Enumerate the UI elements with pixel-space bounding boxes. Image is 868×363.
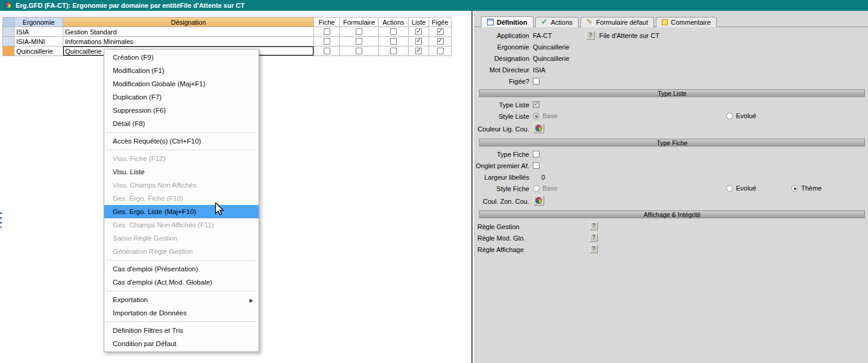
menu-item-detail[interactable]: Détail (F8) <box>104 117 259 130</box>
style-fiche-base-radio[interactable]: Base <box>533 185 558 192</box>
menu-item-ges-ergo-liste[interactable]: Ges. Ergo. Liste (Maj+F10) <box>104 205 259 218</box>
regle-affichage-help-button[interactable]: ? <box>590 245 598 253</box>
formulaire-checkbox[interactable] <box>356 28 362 35</box>
figee-panel-checkbox[interactable] <box>533 78 539 84</box>
menu-item-definition-filtres[interactable]: Définition Filtres et Tris <box>104 324 259 337</box>
coul-zon-label: Coul. Zon. Cou. <box>474 198 529 205</box>
liste-checkbox[interactable] <box>415 28 422 35</box>
liste-checkbox[interactable] <box>415 48 422 54</box>
menu-item-importation[interactable]: Importation de Données <box>104 306 259 320</box>
menu-item-cas-emploi-presentation[interactable]: Cas d'emploi (Présentation) <box>104 262 259 276</box>
header-actions[interactable]: Actions <box>379 17 409 27</box>
dock-handle[interactable] <box>0 212 2 228</box>
menu-item-condition-defaut[interactable]: Condition par Défaut <box>104 337 259 350</box>
application-label: Application <box>474 32 529 39</box>
fiche-checkbox[interactable] <box>324 38 330 45</box>
field-mot-directeur: Mot Directeur ISIA <box>474 65 868 75</box>
table-row[interactable]: ISIA Gestion Standard <box>2 27 451 37</box>
palette-icon <box>535 197 542 204</box>
field-designation: Désignation Quincaillerie <box>474 54 868 64</box>
tab-definition[interactable]: Définition <box>481 16 533 27</box>
cell-liste <box>409 27 429 37</box>
regle-gestion-label: Règle Gestion <box>477 223 520 230</box>
header-figee[interactable]: Figée <box>429 17 451 27</box>
definition-tab-icon <box>487 19 494 25</box>
actions-checkbox[interactable] <box>390 28 397 35</box>
radio-dot[interactable] <box>726 185 733 192</box>
mot-directeur-value: ISIA <box>533 66 546 74</box>
header-formulaire[interactable]: Formulaire <box>340 17 379 27</box>
menu-item-suppression[interactable]: Suppression (F6) <box>104 104 259 117</box>
actions-checkbox[interactable] <box>390 38 397 45</box>
menu-item-modification[interactable]: Modification (F1) <box>104 64 259 77</box>
menu-item-cas-emploi-actmod[interactable]: Cas d'emploi (Act.Mod. Globale) <box>104 276 259 289</box>
table-row[interactable]: ISIA-MINI Informations Minimales <box>2 37 451 46</box>
menu-item-creation[interactable]: Création (F9) <box>104 51 259 64</box>
field-style-fiche: Style Fiche Base Evolué Thème <box>474 184 868 194</box>
tab-formulaire-defaut[interactable]: Formulaire défaut <box>580 17 654 27</box>
row-selector[interactable] <box>2 37 14 46</box>
figee-checkbox[interactable] <box>437 48 444 54</box>
menu-item-visu-champs: Visu. Champs Non Affichés <box>104 178 259 192</box>
menu-item-duplication[interactable]: Duplication (F7) <box>104 90 259 104</box>
actions-checkbox[interactable] <box>390 48 397 54</box>
regle-gestion-help-button[interactable]: ? <box>590 222 598 230</box>
context-menu: Création (F9) Modification (F1) Modifica… <box>104 49 259 352</box>
cell-formulaire <box>340 46 379 56</box>
menu-item-generation-regle: Génération Règle Gestion <box>104 245 259 258</box>
formulaire-checkbox[interactable] <box>356 48 362 54</box>
header-fiche[interactable]: Fiche <box>314 17 340 27</box>
header-liste[interactable]: Liste <box>409 17 429 27</box>
formulaire-checkbox[interactable] <box>356 38 362 45</box>
onglet-premier-checkbox[interactable] <box>533 162 539 169</box>
cell-ergonomie: ISIA <box>14 27 63 37</box>
section-type-liste: Type Liste <box>479 89 865 97</box>
cell-figee <box>429 27 451 37</box>
tab-bar: Définition Actions Formulaire défaut Com… <box>481 16 717 27</box>
onglet-premier-label: Onglet premier Af. <box>474 162 529 169</box>
figee-checkbox[interactable] <box>437 38 444 45</box>
menu-separator <box>106 291 257 291</box>
coul-zon-color-button[interactable] <box>533 195 544 206</box>
header-select-all[interactable] <box>2 17 14 27</box>
menu-item-exportation[interactable]: Exportation <box>104 293 259 306</box>
style-liste-evolue-radio[interactable]: Evolué <box>726 112 756 119</box>
regle-mod-glo-help-button[interactable]: ? <box>590 233 598 242</box>
tab-actions[interactable]: Actions <box>535 17 579 27</box>
radio-dot[interactable] <box>726 113 733 119</box>
figee-checkbox[interactable] <box>437 28 444 35</box>
cell-designation: Gestion Standard <box>63 27 314 37</box>
menu-item-visu-liste[interactable]: Visu. Liste <box>104 165 259 178</box>
menu-separator <box>106 132 257 133</box>
mot-directeur-label: Mot Directeur <box>474 66 529 74</box>
header-ergonomie[interactable]: Ergonomie <box>14 17 63 27</box>
menu-item-modification-globale[interactable]: Modification Globale (Maj+F1) <box>104 77 259 90</box>
cell-fiche <box>314 46 340 56</box>
menu-item-acces-requetes[interactable]: Accès Requête(s) (Ctrl+F10) <box>104 134 259 148</box>
tab-commentaire[interactable]: Commentaire <box>656 17 717 27</box>
type-fiche-checkbox[interactable] <box>533 151 539 157</box>
header-designation[interactable]: Désignation <box>63 17 314 27</box>
radio-dot[interactable] <box>791 185 798 192</box>
menu-item-visu-fiche: Visu. Fiche (F12) <box>104 152 259 165</box>
radio-dot[interactable] <box>533 185 539 192</box>
style-fiche-evolue-radio[interactable]: Evolué <box>726 185 756 192</box>
type-fiche-label: Type Fiche <box>474 151 529 158</box>
couleur-lig-color-button[interactable] <box>533 123 544 133</box>
fiche-checkbox[interactable] <box>324 48 330 54</box>
regle-mod-glo-label: Règle Mod. Glo. <box>477 235 525 242</box>
application-help-button[interactable]: ? <box>586 31 595 40</box>
palette-icon <box>535 125 542 131</box>
form-tab-icon <box>587 19 593 26</box>
cell-fiche <box>314 27 340 37</box>
cell-figee <box>429 46 451 56</box>
style-fiche-theme-radio[interactable]: Thème <box>791 185 822 192</box>
menu-separator <box>106 150 257 150</box>
fiche-checkbox[interactable] <box>324 28 330 35</box>
liste-checkbox[interactable] <box>415 38 422 45</box>
largeur-libelles-value: 0 <box>541 174 545 181</box>
cell-fiche <box>314 37 340 46</box>
field-coul-zon: Coul. Zon. Cou. <box>474 195 868 206</box>
row-selector[interactable] <box>2 27 14 37</box>
row-selector-current[interactable] <box>2 46 14 56</box>
